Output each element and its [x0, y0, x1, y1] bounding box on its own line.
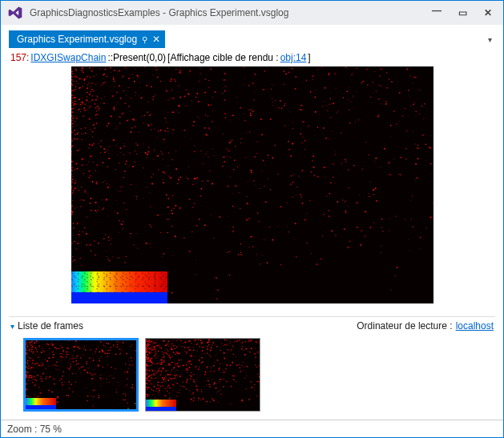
svg-rect-2056 [147, 346, 148, 347]
svg-rect-1667 [233, 348, 234, 348]
svg-rect-927 [146, 157, 147, 158]
svg-rect-893 [71, 120, 73, 122]
svg-rect-629 [75, 86, 75, 87]
svg-rect-1602 [186, 352, 187, 352]
svg-rect-1979 [149, 348, 151, 350]
svg-rect-1152 [69, 380, 70, 381]
svg-rect-344 [200, 73, 200, 74]
svg-rect-364 [405, 159, 406, 159]
svg-rect-2088 [154, 378, 155, 379]
svg-rect-602 [310, 171, 312, 173]
svg-rect-1410 [126, 386, 127, 387]
svg-rect-454 [188, 199, 189, 199]
svg-rect-461 [151, 86, 152, 88]
svg-rect-865 [73, 227, 75, 229]
svg-rect-434 [183, 238, 184, 239]
close-button[interactable]: ✕ [482, 7, 494, 18]
svg-rect-1069 [130, 153, 131, 154]
maximize-button[interactable]: ▭ [457, 7, 468, 18]
svg-rect-1175 [103, 367, 103, 368]
svg-rect-881 [113, 95, 114, 96]
collapse-frames-icon[interactable]: ▾ [10, 322, 14, 331]
svg-rect-721 [101, 199, 102, 200]
event-target-link[interactable]: obj:14 [280, 52, 307, 63]
svg-rect-1032 [381, 246, 381, 247]
svg-rect-1527 [256, 360, 256, 361]
frame-thumbnail[interactable] [23, 338, 139, 412]
svg-rect-804 [367, 84, 368, 85]
svg-rect-2103 [225, 368, 226, 369]
svg-rect-1322 [58, 370, 58, 371]
svg-rect-227 [71, 102, 73, 103]
heatmap-overlay [71, 271, 167, 303]
svg-rect-482 [199, 219, 200, 220]
svg-rect-286 [269, 119, 271, 120]
tab-overflow-icon[interactable]: ▾ [488, 35, 495, 44]
svg-rect-574 [328, 211, 329, 211]
svg-rect-193 [391, 81, 393, 82]
svg-rect-2128 [176, 396, 177, 396]
svg-rect-530 [235, 185, 236, 187]
svg-rect-353 [102, 209, 103, 210]
svg-rect-712 [126, 209, 127, 210]
heatmap-overlay [26, 398, 56, 409]
svg-rect-1010 [79, 104, 81, 106]
svg-rect-1830 [173, 352, 174, 352]
svg-rect-1694 [259, 342, 260, 343]
event-interface-link[interactable]: IDXGISwapChain [30, 52, 106, 63]
svg-rect-304 [301, 143, 302, 143]
svg-rect-939 [305, 213, 306, 214]
svg-rect-1868 [170, 360, 171, 360]
svg-rect-998 [74, 259, 75, 260]
svg-rect-2113 [211, 356, 212, 357]
svg-rect-1777 [171, 372, 171, 372]
svg-rect-187 [337, 111, 338, 111]
svg-rect-1260 [107, 353, 108, 355]
svg-rect-924 [348, 169, 349, 170]
svg-rect-685 [232, 227, 233, 227]
tab-close-icon[interactable]: ✕ [152, 34, 160, 45]
svg-rect-736 [420, 248, 421, 249]
svg-rect-1861 [221, 343, 222, 344]
frame-thumbnail[interactable] [145, 338, 260, 412]
render-target-preview[interactable] [71, 66, 433, 303]
svg-rect-494 [351, 74, 353, 76]
svg-rect-912 [89, 203, 90, 203]
svg-rect-289 [247, 133, 248, 134]
svg-rect-658 [204, 127, 206, 129]
svg-rect-1660 [191, 376, 192, 377]
pin-icon[interactable]: ⚲ [142, 35, 147, 44]
svg-rect-826 [388, 174, 389, 175]
svg-rect-405 [356, 68, 357, 69]
svg-rect-462 [425, 118, 426, 119]
svg-rect-1872 [146, 370, 147, 371]
svg-rect-750 [136, 199, 137, 199]
svg-rect-967 [87, 96, 87, 97]
svg-rect-384 [312, 75, 313, 77]
svg-rect-1904 [154, 348, 155, 348]
svg-rect-1274 [70, 364, 71, 364]
svg-rect-244 [137, 234, 138, 235]
svg-rect-894 [349, 123, 351, 124]
svg-rect-1865 [184, 347, 186, 348]
document-tab[interactable]: Graphics Experiment.vsglog ⚲ ✕ [9, 30, 165, 48]
minimize-button[interactable]: — [431, 5, 442, 16]
svg-rect-647 [134, 162, 135, 163]
svg-rect-728 [348, 99, 349, 100]
svg-rect-1489 [48, 344, 50, 346]
svg-rect-1545 [179, 385, 180, 386]
svg-rect-1422 [47, 344, 48, 344]
svg-rect-847 [317, 176, 319, 178]
status-bar: Zoom : 75 % [1, 420, 503, 437]
svg-rect-1035 [202, 138, 203, 139]
svg-rect-1775 [148, 361, 149, 362]
svg-rect-460 [230, 120, 231, 121]
svg-rect-1744 [167, 351, 168, 352]
svg-rect-1516 [90, 372, 91, 374]
svg-rect-1574 [150, 396, 151, 397]
svg-rect-2073 [149, 370, 151, 372]
svg-rect-895 [92, 136, 93, 137]
svg-rect-920 [128, 152, 129, 153]
svg-rect-38 [107, 259, 108, 259]
playback-machine-link[interactable]: localhost [456, 320, 494, 332]
